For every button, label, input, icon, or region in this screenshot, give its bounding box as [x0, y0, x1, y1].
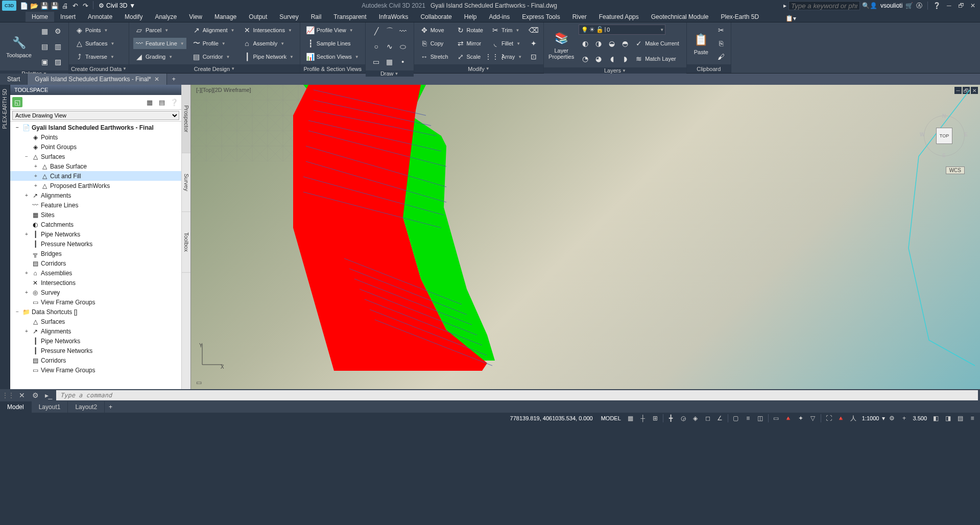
tab-plex[interactable]: Plex-Earth 5D — [714, 12, 765, 22]
clean-icon[interactable]: ▤ — [954, 414, 966, 423]
tree-node[interactable]: +△Proposed EarthWorks — [10, 181, 181, 190]
hatch-icon[interactable]: ▦ — [384, 56, 395, 67]
tree-node[interactable]: −📄Gyali Island Scheduled Earthworks - Fi… — [10, 123, 181, 132]
search-icon[interactable]: 🔍 — [862, 2, 870, 9]
osnap-icon[interactable]: ◻ — [702, 414, 713, 423]
plot-icon[interactable]: 🖨 — [60, 1, 69, 10]
toolspace-button[interactable]: 🔧 Toolspace — [3, 27, 35, 66]
assembly-button[interactable]: ⌂Assembly▼ — [241, 38, 296, 49]
fillet-button[interactable]: ◟Fillet▼ — [489, 38, 524, 49]
cmd-grip-icon[interactable]: ⋮⋮ — [2, 392, 14, 399]
cut-icon[interactable]: ✂ — [715, 25, 727, 36]
alignment-button[interactable]: ↗Alignment▼ — [190, 25, 237, 36]
user-label[interactable]: vsoulioti — [880, 2, 902, 9]
toolspace-view-selector[interactable]: Active Drawing View — [10, 110, 181, 122]
array-button[interactable]: ⋮⋮⋮Array▼ — [489, 51, 524, 62]
custom-icon[interactable]: ≡ — [967, 414, 978, 423]
tree-node[interactable]: ┃Pressure Networks — [10, 346, 181, 355]
help-icon[interactable]: ❔ — [933, 2, 941, 9]
lw-icon[interactable]: ≡ — [743, 414, 754, 423]
expand-icon[interactable]: + — [33, 163, 39, 169]
tab-collaborate[interactable]: Collaborate — [414, 12, 458, 22]
palette-icon-1[interactable]: ▦ — [39, 26, 50, 37]
expand-icon[interactable]: + — [23, 270, 30, 276]
cmd-close-icon[interactable]: ✕ — [16, 390, 28, 401]
close-icon[interactable]: ✕ — [968, 1, 978, 10]
paste-button[interactable]: 📋 Paste — [690, 24, 712, 63]
profile-view-button[interactable]: 📈Profile View▼ — [304, 25, 361, 36]
tab-analyze[interactable]: Analyze — [149, 12, 183, 22]
tree-node[interactable]: ╦Bridges — [10, 249, 181, 258]
iso-icon[interactable]: ◈ — [690, 414, 701, 423]
anno-icon[interactable]: 🔺 — [835, 414, 847, 423]
workspace-dropdown[interactable]: ⚙ Civil 3D ▼ — [99, 2, 135, 9]
tree-node[interactable]: ◐Catchments — [10, 220, 181, 229]
status-modelspace[interactable]: MODEL — [601, 415, 621, 421]
stretch-button[interactable]: ↔Stretch — [418, 51, 450, 62]
trim-button[interactable]: ✂Trim▼ — [489, 25, 524, 36]
expand-icon[interactable]: + — [23, 290, 30, 295]
erase-icon[interactable]: ⌫ — [528, 25, 539, 36]
make-current-button[interactable]: ✓Make Current — [633, 38, 681, 49]
vertical-tab-plex[interactable]: PLEX-EARTH 5D — [0, 85, 10, 389]
3d-icon[interactable]: 🔺 — [783, 414, 794, 423]
tree-node[interactable]: ✕Intersections — [10, 278, 181, 288]
trans-icon[interactable]: ◫ — [755, 414, 766, 423]
cmd-config-icon[interactable]: ⚙ — [30, 390, 41, 401]
iso-draft-icon[interactable]: ◧ — [930, 414, 941, 423]
offset-icon[interactable]: ⊡ — [528, 51, 539, 62]
profile-button[interactable]: 〜Profile▼ — [190, 38, 237, 49]
user-icon[interactable]: 👤 — [870, 2, 877, 9]
expand-icon[interactable]: + — [23, 193, 30, 198]
status-scale[interactable]: 1:1000 — [860, 415, 881, 421]
ribbon-minimize-icon[interactable]: 📋▾ — [785, 15, 796, 22]
layer-dropdown[interactable]: 💡 ☀ 🔓 ▼ — [579, 25, 665, 35]
wcs-badge[interactable]: WCS — [946, 166, 965, 174]
add-tab-button[interactable]: + — [167, 76, 181, 83]
points-button[interactable]: ◈Points▼ — [73, 25, 116, 36]
tree-node[interactable]: ◈Point Groups — [10, 142, 181, 152]
palette-icon-6[interactable]: ▨ — [52, 56, 63, 67]
lock-ui-icon[interactable]: + — [898, 414, 910, 423]
match-layer-button[interactable]: ≋Match Layer — [633, 53, 678, 64]
tree-node[interactable]: ◈Points — [10, 132, 181, 142]
saveas-icon[interactable]: 💾 — [50, 1, 59, 10]
tab-geotech[interactable]: Geotechnical Module — [645, 12, 715, 22]
palette-icon-5[interactable]: ▣ — [39, 56, 50, 67]
add-layout-button[interactable]: + — [105, 403, 116, 411]
tree-node[interactable]: −△Surfaces — [10, 152, 181, 161]
tab-infraworks[interactable]: InfraWorks — [373, 12, 415, 22]
surfaces-button[interactable]: △Surfaces▼ — [73, 38, 116, 49]
close-tab-icon[interactable]: ✕ — [154, 76, 159, 83]
tab-transparent[interactable]: Transparent — [327, 12, 372, 22]
tab-featured[interactable]: Featured Apps — [593, 12, 645, 22]
rotate-button[interactable]: ↻Rotate — [455, 25, 485, 36]
layer-icon-f[interactable]: ◕ — [593, 53, 604, 64]
search-input[interactable] — [788, 1, 860, 10]
tree-node[interactable]: −📁Data Shortcuts [] — [10, 307, 181, 317]
ortho-icon[interactable]: ╋ — [665, 414, 677, 423]
grading-button[interactable]: ◢Grading▼ — [133, 51, 186, 62]
tree-node[interactable]: ▤Corridors — [10, 355, 181, 365]
status-rotation[interactable]: 3.500 — [911, 415, 929, 421]
viewport[interactable]: [-][Top][2D Wireframe] ─ 🗗 ✕ — [191, 85, 980, 389]
copy-button[interactable]: ⎘Copy — [418, 38, 450, 49]
grid-icon[interactable]: ▦ — [625, 414, 636, 423]
tab-help[interactable]: Help — [458, 12, 483, 22]
filter-icon[interactable]: ▽ — [807, 414, 819, 423]
pipe-button[interactable]: ┃Pipe Network▼ — [241, 51, 296, 62]
layer-icon-c[interactable]: ◒ — [606, 38, 617, 49]
rect-icon[interactable]: ▭ — [371, 56, 382, 67]
layer-icon-h[interactable]: ◗ — [619, 53, 631, 64]
bottom-tab-layout2[interactable]: Layout2 — [68, 401, 105, 413]
side-tab-prospector[interactable]: Prospector — [182, 85, 190, 153]
tab-annotate[interactable]: Annotate — [82, 12, 118, 22]
dyn-icon[interactable]: ▢ — [730, 414, 742, 423]
polyline-icon[interactable]: 〰 — [397, 26, 409, 37]
gizmo-icon[interactable]: ✦ — [795, 414, 806, 423]
tab-river[interactable]: River — [566, 12, 593, 22]
open-icon[interactable]: 📂 — [30, 1, 39, 10]
otrack-icon[interactable]: ∠ — [714, 414, 726, 423]
layer-icon-e[interactable]: ◔ — [580, 53, 591, 64]
layer-name-input[interactable] — [607, 27, 658, 33]
